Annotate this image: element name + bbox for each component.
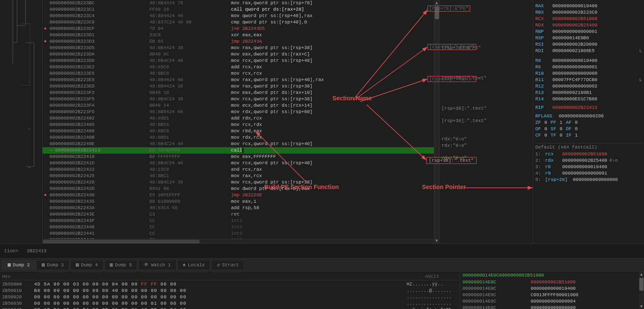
reg-r8: R8 0000000000019400 bbox=[535, 58, 642, 64]
dump-scroll-down[interactable]: ▼ bbox=[640, 304, 643, 309]
disasm-instr[interactable]: mov rdx,rcx bbox=[230, 134, 434, 141]
tab-struct[interactable]: ↺ Struct bbox=[211, 260, 244, 270]
tab-dump4[interactable]: ▦ Dump 4 bbox=[70, 260, 104, 270]
disasm-addr: ● 0000000002B223DD bbox=[43, 58, 148, 64]
disasm-instr[interactable]: mov r8d,eax bbox=[230, 128, 434, 134]
disasm-bytes: 48:8BC8 bbox=[148, 70, 230, 77]
stack-addr-header: 0000000014E0C0000000002B51000 bbox=[462, 273, 637, 278]
disasm-instr[interactable]: mov qword ptr ss:[rsp+40],rax bbox=[230, 13, 434, 19]
disasm-instr[interactable]: mov ecx,dword ptr ds:[rcx+14] bbox=[230, 102, 434, 109]
tab-locals[interactable]: ◈ Locals bbox=[177, 260, 211, 270]
disasm-instr[interactable]: add rsp,58 bbox=[230, 205, 434, 211]
hscroll-thumb[interactable] bbox=[43, 240, 199, 243]
dump-main[interactable]: Hex ASCII 2B50000 4D 5A 90 00 03 00 00 0… bbox=[0, 271, 460, 309]
disasm-vscroll[interactable]: ▲ ▼ bbox=[434, 0, 439, 243]
tab-dump3[interactable]: ▦ Dump 3 bbox=[36, 260, 69, 270]
reg-val-rsi: 0000000002B20000 bbox=[552, 41, 598, 48]
scroll-thumb[interactable] bbox=[435, 6, 439, 19]
tab-dump2[interactable]: ▦ Dump 2 bbox=[2, 260, 35, 270]
dump-addr-3: 2B50030 bbox=[2, 300, 34, 307]
disasm-instr[interactable]: mov eax,1 bbox=[230, 198, 434, 205]
disasm-bytes: 48:8BD1 bbox=[148, 134, 230, 141]
tab-dump5[interactable]: ▦ Dump 5 bbox=[104, 260, 138, 270]
disasm-instr[interactable]: mov rcx,rdx bbox=[230, 122, 434, 128]
dump-row-1: 2B50010 B8 00 00 00 00 00 00 00 40 00 00… bbox=[2, 288, 458, 294]
reg-name-rflags: RFLAGS bbox=[535, 113, 557, 120]
disasm-bytes: 48:837C24 40 00 bbox=[148, 19, 230, 26]
disasm-addr: ● 0000000002B223FD bbox=[43, 109, 148, 115]
disasm-addr: ● 0000000002B223F5 bbox=[43, 96, 148, 102]
disasm-instr[interactable]: mov rax,qword ptr ss:[rsp+40],rax bbox=[230, 77, 434, 83]
disasm-instr[interactable]: call qword ptr ds:[rax+28] bbox=[230, 6, 434, 13]
disasm-table: ● 0000000002B223BC 48:8B4424 78 mov rax,… bbox=[43, 0, 434, 243]
disasm-bytes: E8 18FBFFFF bbox=[148, 147, 230, 154]
disasm-instr[interactable]: int3 bbox=[230, 230, 434, 237]
disasm-instr[interactable]: cmp qword ptr ss:[rsp+40],0 bbox=[230, 19, 434, 26]
disasm-bytes: 48:8B4C24 40 bbox=[148, 160, 230, 166]
disasm-instr[interactable]: mov rcx,rcx bbox=[230, 70, 434, 77]
dump-scroll-up[interactable]: ▲ bbox=[640, 272, 643, 277]
dump-ascii-2: ................ bbox=[407, 294, 458, 300]
disasm-instr[interactable]: mov rcx,qword ptr ss:[rsp+38] bbox=[230, 96, 434, 102]
dump-addr-4: 2B50040 bbox=[2, 307, 34, 309]
reg-val-rdi: 0000000021806E5 bbox=[552, 48, 595, 54]
disasm-bytes: 8B40 10 bbox=[148, 90, 230, 96]
dump-vscroll[interactable]: ▲ ▼ bbox=[639, 271, 644, 309]
disasm-instr[interactable]: mov rcx,qword ptr ss:[rsp+40] bbox=[230, 160, 434, 166]
disasm-instr[interactable]: int3 bbox=[230, 224, 434, 230]
disasm-instr[interactable]: mov eax,dword ptr ds:[rax+C] bbox=[230, 51, 434, 58]
disasm-instr[interactable]: mov eax,dword ptr ds:[rax+10] bbox=[230, 90, 434, 96]
dump-scroll-thumb[interactable] bbox=[639, 278, 644, 291]
disasm-instr[interactable]: mov rcx,qword ptr ss:[rsp+40] bbox=[230, 141, 434, 147]
flag-sf-label: SF bbox=[551, 126, 556, 132]
reg-rdi: RDI 0000000021806E5 L bbox=[535, 48, 642, 54]
disasm-instr[interactable]: add rcx,rax bbox=[230, 64, 434, 70]
reg-r9: R9 0000000000000001 bbox=[535, 64, 642, 70]
disasm-instr[interactable]: mov rax,qword ptr ss:[rsp+78] bbox=[230, 0, 434, 6]
disasm-instr[interactable]: jmp 2B2243A bbox=[230, 38, 434, 45]
stack-right-row-3: 000000014E0C C0013FFFF00001000 bbox=[462, 292, 637, 298]
disasm-instr[interactable]: mov rdx,qword ptr ss:[rsp+60] bbox=[230, 109, 434, 115]
stack-entry-5: 5: [rsp+20] 0000000000000000 bbox=[535, 177, 642, 183]
disasm-instr[interactable]: mov rax,qword ptr ss:[rsp+38] bbox=[230, 83, 434, 90]
disasm-instr[interactable]: mov dword ptr ds:[rcx+8],eax bbox=[230, 186, 434, 192]
disasm-instr[interactable]: int3 bbox=[230, 218, 434, 224]
reg-name-rcx: RCX bbox=[535, 16, 550, 22]
disasm-instr[interactable]: mov rax,qword ptr ss:[rsp+38] bbox=[230, 45, 434, 51]
disasm-hscroll[interactable] bbox=[43, 239, 434, 243]
reg-name-r9: R9 bbox=[535, 64, 550, 70]
dump-col-ascii: ASCII bbox=[407, 273, 458, 280]
reg-rbx: RBX 0000000002B223C0 bbox=[535, 9, 642, 16]
flag-df-label: DF bbox=[566, 126, 572, 132]
disasm-bytes: 8B49 14 bbox=[148, 102, 230, 109]
disasm-instr[interactable]: mov rcx,qword ptr ss:[rsp+38] bbox=[230, 179, 434, 186]
tab-dump5-label: Dump 5 bbox=[115, 262, 132, 268]
scroll-down-btn[interactable]: ▼ bbox=[435, 239, 438, 243]
disasm-instr[interactable]: and rcx,rax bbox=[230, 166, 434, 173]
dump-hex-2: 00 00 00 00 00 00 00 00 00 00 00 00 00 0… bbox=[34, 294, 402, 300]
disasm-addr: ● 0000000002B22428 bbox=[43, 179, 148, 186]
stack-num-5: 5: bbox=[535, 177, 543, 183]
disasm-instr[interactable]: ret bbox=[230, 211, 434, 218]
disasm-instr[interactable]: mov rcx,qword ptr ss:[rsp+48] bbox=[230, 58, 434, 64]
saddr-3: 000000014E0C bbox=[462, 292, 528, 298]
disasm-panel[interactable]: ● 0000000002B223BC 48:8B4424 78 mov rax,… bbox=[43, 0, 434, 243]
disasm-instr[interactable]: add rdx,rcx bbox=[230, 115, 434, 122]
tab-watch1[interactable]: 👁 Watch 1 bbox=[138, 260, 176, 270]
disasm-instr[interactable]: mov rax,rcx bbox=[230, 173, 434, 179]
disasm-bytes: 8B40 0C bbox=[148, 51, 230, 58]
disasm-instr[interactable]: jne 2B2243D5 bbox=[230, 26, 434, 32]
scroll-up-btn[interactable]: ▲ bbox=[435, 1, 438, 6]
sval-3: C0013FFFF00001000 bbox=[531, 292, 578, 298]
sval-1: 0000000002B51000 bbox=[531, 279, 576, 286]
flag-of-label: OF bbox=[535, 126, 541, 132]
disasm-instr[interactable]: jmp 2B2226E bbox=[230, 192, 434, 198]
disasm-addr: ● 0000000002B223E8 bbox=[43, 77, 148, 83]
flag-if-label: IF bbox=[566, 132, 572, 139]
disasm-bytes: 48:03C8 bbox=[148, 64, 230, 70]
disasm-instr[interactable]: call bbox=[230, 147, 434, 154]
disasm-instr[interactable]: mov eax,FFFFFFFF bbox=[230, 154, 434, 160]
disasm-instr[interactable]: xor eax,eax bbox=[230, 32, 434, 38]
dump-addr-1: 2B50010 bbox=[2, 288, 34, 294]
tabs-bar[interactable]: ▦ Dump 2 ▦ Dump 3 ▦ Dump 4 ▦ Dump 5 👁 Wa… bbox=[0, 259, 644, 271]
